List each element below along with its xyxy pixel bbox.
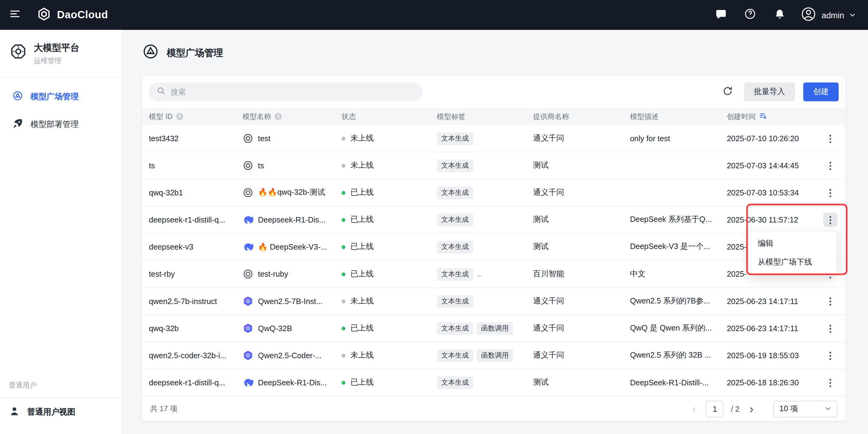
sidebar-item-model-marketplace[interactable]: 模型广场管理 [0, 83, 122, 111]
cell-model-id: qwen2.5-7b-instruct [149, 297, 242, 306]
cell-description: QwQ 是 Qwen 系列的... [630, 323, 727, 333]
cell-tags: 文本生成 [437, 213, 533, 226]
cell-provider: 通义千问 [533, 323, 630, 333]
page-size-select[interactable]: 10 项 [773, 401, 838, 417]
cell-actions: ⋮ [820, 294, 839, 308]
column-header-description: 模型描述 [630, 112, 727, 122]
sidebar-item-label: 模型广场管理 [30, 91, 79, 102]
table-row[interactable]: qwq-32b1 🔥🔥qwq-32b-测试 已上线 文本生成 通义千问 2025… [142, 179, 845, 206]
row-actions-button[interactable]: ⋮ [823, 131, 838, 146]
daocloud-logo-icon [36, 6, 52, 24]
platform-header: 大模型平台 运维管理 [0, 30, 122, 77]
cell-model-id: test-rby [149, 270, 242, 278]
table-row[interactable]: ts ts 未上线 文本生成 测试 2025-07-03 14:44:45 ⋮ [142, 152, 845, 179]
model-tag: 文本生成 [437, 241, 473, 253]
page-size-value: 10 项 [779, 404, 798, 414]
model-table-card: 批量导入 创建 模型 ID ? 模型名称 ? 状态 模型标签 [142, 75, 846, 421]
row-context-menu: 编辑 从模型广场下线 [748, 231, 837, 275]
pagination-next-button[interactable]: › [747, 403, 756, 414]
cell-status: 未上线 [341, 296, 437, 306]
cell-tags: 文本生成 [437, 186, 533, 199]
chat-icon [715, 8, 726, 22]
cell-provider: 通义千问 [533, 350, 630, 360]
status-dot-icon [341, 299, 345, 303]
question-circle-icon [744, 8, 756, 22]
search-input[interactable] [170, 87, 414, 96]
table-row[interactable]: deepseek-r1-distill-q... DeepSeek-R1-Dis… [142, 369, 845, 396]
cell-model-id: ts [149, 161, 242, 170]
row-actions-button[interactable]: ⋮ [823, 321, 838, 335]
create-button[interactable]: 创建 [803, 83, 838, 101]
qwen-icon [243, 350, 253, 361]
model-icon [243, 133, 253, 144]
sidebar-item-model-deployment[interactable]: 模型部署管理 [0, 111, 122, 138]
pagination-prev-button[interactable]: ‹ [689, 403, 699, 414]
column-header-model-name: 模型名称 ? [243, 112, 342, 122]
help-button[interactable] [742, 7, 759, 24]
model-tag: 文本生成 [437, 213, 473, 226]
notifications-button[interactable] [771, 7, 788, 24]
page-input[interactable] [706, 401, 724, 417]
cell-tags: 文本生成函数调用 [437, 349, 533, 362]
column-header-created: 创建时间 [727, 112, 820, 122]
cell-model-id: test3432 [149, 134, 242, 143]
row-actions-button[interactable]: ⋮ [823, 294, 838, 308]
model-tag: 文本生成 [437, 186, 473, 199]
table-row[interactable]: deepseek-v3 🔥 DeepSeek-V3-... 已上线 文本生成 测… [142, 234, 845, 261]
table-row[interactable]: test-rby test-ruby 已上线 文本生成... 百川智能 中文 2… [142, 261, 845, 288]
model-tag: 函数调用 [476, 349, 513, 362]
help-icon[interactable]: ? [275, 113, 282, 120]
row-actions-button[interactable]: ⋮ [823, 212, 838, 227]
avatar-icon [800, 6, 816, 24]
help-icon[interactable]: ? [176, 113, 183, 120]
cell-created-time: 2025-07-03 14:44:45 [727, 161, 820, 170]
menu-item-edit[interactable]: 编辑 [749, 234, 836, 253]
column-header-model-id: 模型 ID ? [149, 112, 242, 122]
search-box[interactable] [149, 83, 423, 101]
cell-status: 未上线 [341, 350, 437, 360]
status-dot-icon [341, 218, 345, 222]
sidebar-item-normal-user-view[interactable]: 普通用户视图 [0, 398, 122, 426]
table-row[interactable]: qwq-32b QwQ-32B 已上线 文本生成函数调用 通义千问 QwQ 是 … [142, 315, 845, 342]
platform-title: 大模型平台 [34, 42, 80, 54]
menu-item-offline-from-marketplace[interactable]: 从模型广场下线 [749, 253, 836, 272]
row-actions-button[interactable]: ⋮ [823, 348, 838, 363]
user-menu[interactable]: admin [800, 6, 856, 24]
cell-tags: 文本生成 [437, 295, 533, 308]
sidebar-toggle-button[interactable] [7, 7, 24, 24]
batch-import-button[interactable]: 批量导入 [744, 83, 795, 101]
row-actions-button[interactable]: ⋮ [823, 158, 838, 173]
table-row[interactable]: test3432 test 未上线 文本生成 通义千问 only for tes… [142, 125, 845, 152]
cell-description: DeepSeek 系列基于Q... [630, 215, 727, 225]
user-role-label: 普通用户 [0, 381, 122, 398]
table-row[interactable]: qwen2.5-coder-32b-i... Qwen2.5-Coder-...… [142, 342, 845, 369]
messages-button[interactable] [712, 7, 729, 24]
cell-status: 未上线 [341, 133, 437, 143]
cell-provider: 测试 [533, 377, 630, 388]
refresh-icon [722, 86, 733, 98]
page-total: / 2 [731, 404, 740, 413]
cell-actions: ⋮ [820, 375, 839, 390]
row-actions-button[interactable]: ⋮ [823, 375, 838, 390]
refresh-button[interactable] [719, 84, 736, 100]
cell-created-time: 2025-06-30 11:57:12 [727, 215, 820, 224]
cell-model-name: QwQ-32B [243, 322, 342, 334]
table-row[interactable]: deepseek-r1-distill-q... Deepseek-R1-Dis… [142, 206, 845, 234]
cell-status: 已上线 [341, 323, 437, 333]
page-header: 模型广场管理 [122, 30, 868, 62]
row-actions-button[interactable]: ⋮ [823, 185, 838, 200]
marketplace-icon [142, 43, 159, 62]
cell-actions: ⋮ [820, 158, 839, 173]
cell-provider: 通义千问 [533, 296, 630, 306]
model-tag: 文本生成 [437, 268, 473, 280]
rocket-icon [12, 118, 23, 131]
cell-description: DeepSeek-R1-Distill-... [630, 378, 727, 387]
cell-model-name: Qwen2.5-Coder-... [243, 350, 342, 361]
cell-model-id: qwq-32b1 [149, 188, 242, 197]
cell-description: Qwen2.5 系列的7B参... [630, 296, 727, 306]
deepseek-icon [243, 377, 253, 388]
sort-desc-icon[interactable] [759, 112, 767, 122]
brand[interactable]: DaoCloud [36, 6, 108, 24]
table-row[interactable]: qwen2.5-7b-instruct Qwen2.5-7B-Inst... 未… [142, 288, 845, 315]
model-tag: 文本生成 [437, 159, 473, 172]
